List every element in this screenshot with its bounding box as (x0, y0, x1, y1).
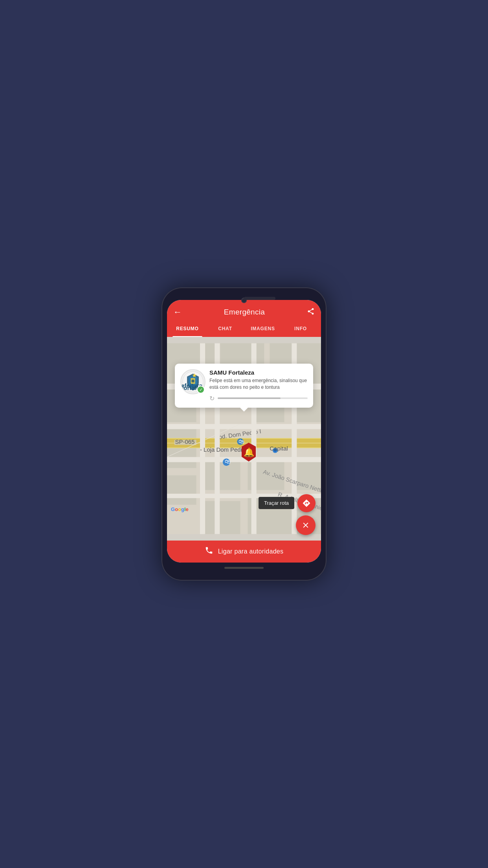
close-button[interactable] (296, 515, 316, 535)
popup-logo-area: ★ Prefeitura de Fortaleza ✓ (180, 369, 205, 394)
svg-text:🛍: 🛍 (225, 458, 231, 465)
route-button[interactable] (297, 494, 316, 512)
tab-chat[interactable]: CHAT (206, 320, 244, 337)
tab-bar: RESUMO CHAT IMAGENS INFO (167, 320, 321, 337)
info-popup: ★ Prefeitura de Fortaleza ✓ SAMU Fortale… (175, 364, 313, 408)
call-label: Ligar para autoridades (218, 548, 284, 555)
popup-text-area: SAMU Fortaleza Felipe está em uma emergê… (209, 369, 308, 402)
back-button[interactable]: ← (173, 307, 182, 317)
speaker (244, 297, 275, 300)
svg-rect-12 (204, 501, 240, 534)
share-icon[interactable] (307, 307, 315, 317)
map-container[interactable]: SP-065 Rod. Dom Pedro I Av. (167, 337, 321, 541)
phone-icon (205, 546, 213, 557)
progress-fill (218, 397, 281, 399)
route-label: Traçar rota (259, 497, 294, 509)
google-watermark: Google (171, 506, 189, 512)
refresh-icon: ↻ (209, 395, 215, 402)
svg-text:★: ★ (192, 372, 197, 379)
svg-text:- Loja Dom Pedro: - Loja Dom Pedro (200, 446, 246, 453)
phone-device: ← Emergência RESUMO CHAT IMAGENS INFO (161, 287, 327, 581)
svg-rect-21 (167, 424, 321, 429)
tab-resumo[interactable]: RESUMO (169, 320, 206, 337)
home-bar-pill (224, 567, 264, 569)
check-badge: ✓ (197, 386, 205, 394)
svg-rect-11 (167, 475, 196, 505)
svg-rect-8 (204, 461, 240, 490)
tab-info[interactable]: INFO (282, 320, 319, 337)
svg-text:SP-065: SP-065 (175, 438, 195, 445)
tab-imagens[interactable]: IMAGENS (244, 320, 282, 337)
svg-text:🔔: 🔔 (244, 447, 255, 458)
route-fab-area: Traçar rota (259, 494, 316, 512)
home-bar (224, 563, 264, 574)
popup-progress-row: ↻ (209, 395, 308, 402)
popup-description: Felipe está em uma emergência, sinalisou… (209, 377, 308, 391)
call-bar[interactable]: Ligar para autoridades (167, 541, 321, 563)
svg-text:Capital: Capital (270, 445, 288, 452)
page-title: Emergência (224, 308, 265, 316)
progress-bar (218, 397, 308, 399)
popup-org-name: SAMU Fortaleza (209, 369, 308, 376)
emergency-pin: 🔔 (240, 442, 257, 464)
phone-screen: ← Emergência RESUMO CHAT IMAGENS INFO (167, 300, 321, 563)
